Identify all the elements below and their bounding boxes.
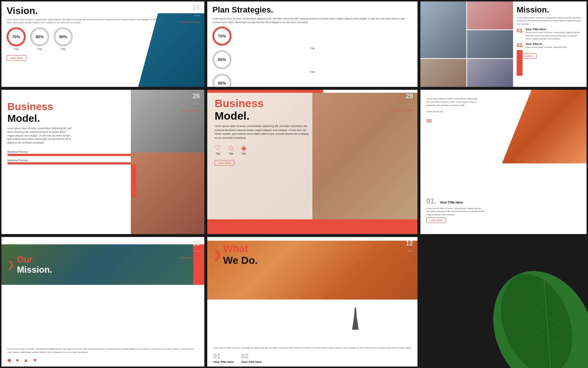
svg-line-4 <box>546 316 570 331</box>
mission-title: Mission. <box>517 5 583 15</box>
red-stripe <box>131 164 136 197</box>
person-silhouette <box>352 308 359 330</box>
slide-number-8: 12 Rules Powerpoint Templ... <box>394 240 413 260</box>
slide-num-big-7: 16 <box>179 240 200 247</box>
slide-plan-strategies: Plan Strategies. Lorem ipsum dolor sit a… <box>206 0 419 88</box>
slide-business-model-left: 26 Rules Powerpoint Template Business Mo… <box>0 88 206 236</box>
what-body: Lorem ipsum dolor sit amet, consectetuer… <box>213 346 412 350</box>
circle-ring-2: 80% <box>30 27 49 46</box>
mission-item-1: 01. Your Title Here Lorem ipsum dolor si… <box>517 28 583 40</box>
slide-number-5: 28 Rules Powerpoint Template <box>392 93 413 113</box>
right-item-01: 01. Your Title Here Lorem ipsum dolor si… <box>426 197 485 223</box>
orange-accent-bar <box>517 50 523 76</box>
slide-name-7: Powerpoint Template <box>179 256 200 259</box>
featured-content: Business Model. Lorem ipsum dolor sit am… <box>215 97 310 166</box>
slide-business-right: Lorem ipsum dolor sit amet, consectetuer… <box>419 88 588 236</box>
mission-icon-4: ★ <box>33 357 37 363</box>
heart-icon: ♡ <box>215 144 221 152</box>
right-body-2: Lorem ipsum dol... <box>426 110 478 113</box>
item-body-2: Lorem ipsum dolor sit amet, adipiscing e… <box>525 46 568 49</box>
svg-line-5 <box>522 328 545 342</box>
icon-label-3: Title <box>241 152 247 155</box>
mission-banner-content: ❯ Our Mission. <box>7 254 52 275</box>
what-label: What <box>223 243 258 255</box>
plan-body: Lorem ipsum dolor sit amet, consectetuer… <box>212 17 412 24</box>
photo-4 <box>420 59 466 87</box>
mission-icon-1: ◆ <box>7 357 11 363</box>
slide-mission-collage: Mission. Lorem ipsum dolor sit amet, con… <box>419 0 588 88</box>
plan-circle-3: 90% Title <box>212 74 412 89</box>
leaf-container <box>470 250 588 368</box>
biz-body: Lorem ipsum dolor sit amet, consectetuer… <box>7 127 74 145</box>
slide-num-big-8: 12 <box>394 240 413 247</box>
plan-label-1: Title <box>212 47 412 50</box>
plan-circles: 70% Title 80% Title 90% Title <box>212 26 412 89</box>
mission-icon-3: ▲ <box>23 357 28 363</box>
circle-1: 70% Title <box>7 27 26 51</box>
item-body-1: Lorem ipsum dolor sit amet, consectetuer… <box>525 31 583 40</box>
item-num-2: 02. <box>517 42 524 49</box>
svg-point-0 <box>474 254 588 368</box>
featured-icon-3: ◈ Title <box>241 144 247 155</box>
we-do-label: We Do. <box>223 255 258 266</box>
slide-number-1: 26 Rules Powerpoint Template <box>179 4 200 24</box>
photo-1 <box>420 1 466 58</box>
icon-label-1: Title <box>215 152 221 155</box>
item-title-1: Your Title Here <box>525 28 583 31</box>
featured-icon-2: ☆ Title <box>228 144 234 155</box>
right-item-num: 01. <box>426 197 437 205</box>
mission-item-2: 02. Your Title H... Lorem ipsum dolor si… <box>517 42 583 49</box>
photo-collage <box>420 1 513 87</box>
mission-text-block: Our Mission. <box>17 254 52 275</box>
learn-more-button[interactable]: Learn More <box>7 55 26 61</box>
item-num-1: 01. <box>517 28 524 40</box>
slide-our-mission: 16 Rules Powerpoint Template ❯ Our Missi… <box>0 236 206 368</box>
photo-3 <box>467 30 513 58</box>
svg-line-2 <box>544 280 551 368</box>
plant-decoration <box>470 250 588 368</box>
our-label: Our <box>17 254 52 265</box>
biz-photo-bottom <box>131 152 204 234</box>
mission-body: Lorem ipsum dolor sit amet, consectetuer… <box>517 16 583 25</box>
plan-label-2: Title <box>212 70 412 74</box>
leaf-svg <box>470 250 588 368</box>
mission-bottom-content: Lorem ipsum dolor sit amet, consectetuer… <box>1 344 204 367</box>
circle-3: 90% Title <box>54 27 73 51</box>
featured-title: Business <box>215 97 310 110</box>
what-content: ❯ What We Do. <box>213 243 258 266</box>
circle-label-3: Title <box>54 47 73 51</box>
what-num-2: 02 <box>241 353 248 360</box>
mission-body-text: Lorem ipsum dolor sit amet, consectetuer… <box>7 347 198 354</box>
plan-ring-3: 90% <box>212 74 232 89</box>
slide-sub-7: Rules <box>194 250 200 252</box>
icon-label-2: Title <box>228 152 234 155</box>
featured-icons: ♡ Title ☆ Title ◈ Title <box>215 144 310 155</box>
photo-5 <box>467 59 513 87</box>
circle-2: 80% Title <box>30 27 49 51</box>
slide-number-7: 16 Rules Powerpoint Template <box>179 240 200 260</box>
plan-circle-1: 70% Title <box>212 26 412 50</box>
right-learn-button[interactable]: Learn More <box>426 217 446 223</box>
what-title-row: ❯ What We Do. <box>213 243 258 266</box>
what-title-2: Your Title Here <box>241 360 262 364</box>
slide-vision: 26 Rules Powerpoint Template Vision. Lor… <box>0 0 206 88</box>
featured-top-bar <box>207 90 323 93</box>
progress-label-2: Business Process <box>7 159 28 162</box>
slide-number-4: 26 Rules Powerpoint Template <box>179 93 200 113</box>
plan-circle-2: 80% Title <box>212 50 412 74</box>
layers-icon: ◈ <box>241 144 247 152</box>
mission-label: Mission. <box>17 265 52 275</box>
mission-banner: ❯ Our Mission. <box>1 244 193 285</box>
what-chevron: ❯ <box>213 249 222 261</box>
svg-line-3 <box>518 305 544 324</box>
progress-label-1: Business Process <box>7 151 28 153</box>
featured-body: Lorem ipsum dolor sit amet, consectetuer… <box>215 124 310 140</box>
what-title-block: What We Do. <box>223 243 258 266</box>
featured-learn-button[interactable]: Learn More <box>215 160 234 166</box>
plan-ring-1: 70% <box>212 26 232 46</box>
slide-sub-8: Rules <box>408 250 413 252</box>
what-num-1: 01 <box>213 353 220 360</box>
circle-label-1: Title <box>7 47 26 51</box>
featured-bottom-bar <box>207 219 417 234</box>
item-title-2: Your Title H... <box>525 42 568 46</box>
